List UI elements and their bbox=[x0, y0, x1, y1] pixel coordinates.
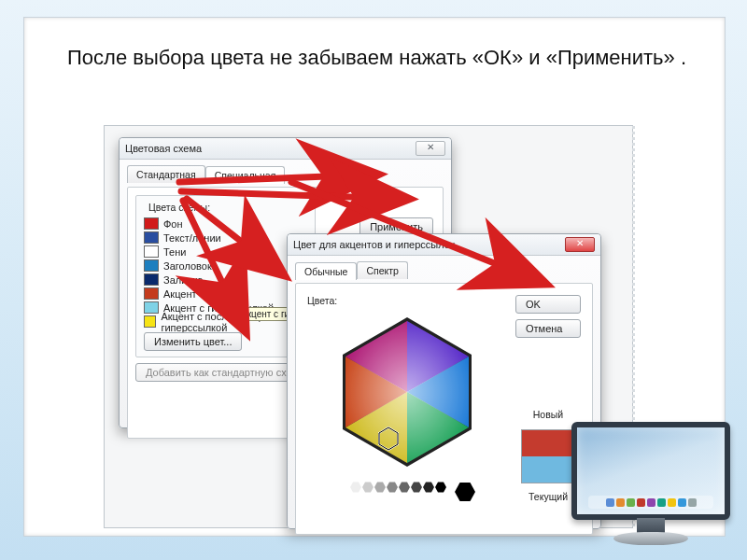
dialog1-tabs: Стандартная Специальная bbox=[127, 165, 444, 183]
scheme-color-label: Текст/линии bbox=[163, 232, 221, 244]
grayscale-swatch[interactable] bbox=[411, 482, 422, 493]
tab-spectrum[interactable]: Спектр bbox=[357, 261, 407, 279]
color-swatch bbox=[144, 231, 159, 244]
decorative-monitor bbox=[571, 422, 730, 553]
scheme-colors-label: Цвета схемы: bbox=[146, 202, 213, 213]
grayscale-swatch[interactable] bbox=[399, 482, 410, 493]
grayscale-swatch[interactable] bbox=[387, 482, 398, 493]
grayscale-swatch[interactable] bbox=[338, 482, 349, 493]
dock-app-icon bbox=[647, 498, 655, 507]
preview-new-swatch bbox=[522, 430, 574, 456]
scheme-color-item[interactable]: Заливка bbox=[144, 273, 307, 287]
monitor-screen bbox=[571, 422, 730, 520]
close-icon[interactable]: ✕ bbox=[416, 141, 445, 156]
grayscale-swatch[interactable] bbox=[455, 482, 475, 502]
slide: После выбора цвета не забываем нажать «О… bbox=[0, 0, 747, 560]
color-swatch bbox=[144, 273, 159, 286]
dialog2-title-text: Цвет для акцентов и гиперссылок bbox=[293, 239, 565, 250]
grayscale-swatch[interactable] bbox=[435, 482, 446, 493]
dock-app-icon bbox=[668, 498, 676, 507]
dock-app-icon bbox=[657, 498, 666, 507]
colors-label: Цвета: bbox=[307, 295, 506, 306]
color-swatch bbox=[144, 217, 159, 230]
grayscale-row[interactable] bbox=[307, 482, 506, 502]
monitor-dock bbox=[588, 496, 713, 509]
tab-standard[interactable]: Стандартная bbox=[127, 165, 205, 183]
scheme-color-label: Акцент bbox=[163, 288, 197, 300]
dialog2-body: Обычные Спектр Цвета: bbox=[288, 256, 600, 542]
color-preview bbox=[521, 429, 575, 483]
tab-normal[interactable]: Обычные bbox=[295, 262, 357, 280]
dialog2-titlebar[interactable]: Цвет для акцентов и гиперссылок ✕ bbox=[288, 234, 600, 256]
grayscale-swatch[interactable] bbox=[423, 482, 434, 493]
scheme-color-label: Фон bbox=[163, 218, 183, 230]
scheme-color-item[interactable]: Текст/линии bbox=[144, 231, 307, 245]
grayscale-swatch[interactable] bbox=[374, 482, 386, 493]
dialog1-titlebar[interactable]: Цветовая схема ✕ bbox=[120, 138, 451, 160]
scheme-color-item[interactable]: Тени bbox=[144, 245, 307, 259]
slide-title: После выбора цвета не забываем нажать «О… bbox=[67, 44, 702, 72]
change-color-button[interactable]: Изменить цвет... bbox=[144, 332, 242, 351]
hex-color-wheel[interactable] bbox=[314, 308, 500, 476]
dock-app-icon bbox=[627, 498, 635, 507]
color-swatch bbox=[144, 315, 156, 328]
dialog2-cancel-button[interactable]: Отмена bbox=[515, 319, 581, 338]
picker-area: Цвета: bbox=[302, 289, 586, 508]
scheme-color-label: Заголовок bbox=[163, 260, 212, 272]
dock-app-icon bbox=[678, 498, 686, 507]
scheme-color-label: Тени bbox=[163, 246, 186, 258]
dialog2-tabs: Обычные Спектр bbox=[295, 261, 593, 279]
dialog-color-picker: Цвет для акцентов и гиперссылок ✕ Обычны… bbox=[287, 233, 601, 529]
dock-app-icon bbox=[616, 498, 625, 507]
scheme-color-item[interactable]: Акцент bbox=[144, 287, 307, 301]
grayscale-swatch[interactable] bbox=[362, 482, 374, 493]
grayscale-swatch[interactable] bbox=[350, 482, 361, 493]
preview-current-swatch bbox=[522, 456, 574, 483]
picker-left: Цвета: bbox=[307, 295, 506, 502]
scheme-color-label: Заливка bbox=[163, 274, 203, 286]
tab-custom[interactable]: Специальная bbox=[205, 166, 286, 184]
new-color-label: Новый bbox=[515, 409, 581, 420]
screenshot-area: Цветовая схема ✕ Стандартная Специальная… bbox=[104, 125, 633, 528]
color-swatch bbox=[144, 259, 159, 272]
dialog1-title-text: Цветовая схема bbox=[125, 143, 416, 154]
close-icon[interactable]: ✕ bbox=[565, 237, 595, 252]
scheme-color-item[interactable]: Фон bbox=[144, 217, 307, 231]
dock-app-icon bbox=[688, 498, 697, 507]
dock-app-icon bbox=[606, 498, 614, 507]
scheme-color-item[interactable]: Заголовок bbox=[144, 259, 307, 273]
color-swatch bbox=[144, 301, 159, 314]
color-swatch bbox=[144, 245, 159, 258]
dock-app-icon bbox=[637, 498, 645, 507]
monitor-base bbox=[613, 532, 688, 545]
dialog2-panel: Цвета: bbox=[295, 283, 593, 535]
ok-button[interactable]: OK bbox=[515, 295, 581, 314]
color-swatch bbox=[144, 287, 159, 300]
